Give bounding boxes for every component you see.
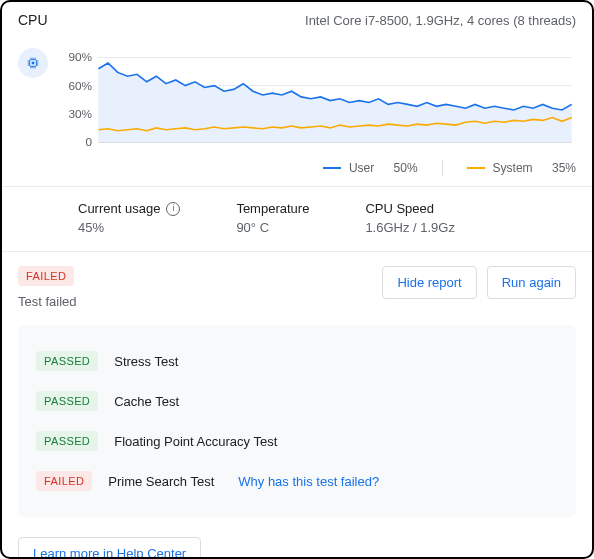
test-status-badge: PASSED [36,391,98,411]
stats-row: Current usage i 45% Temperature 90° C CP… [2,187,592,251]
chart-legend: User 50% System 35% [2,154,592,186]
card-title: CPU [18,12,48,28]
legend-system-name: System [493,161,533,175]
stat-usage-value: 45% [78,220,180,235]
test-name: Prime Search Test [108,474,214,489]
chart-area: 030%60%90% [2,36,592,154]
stat-speed-label: CPU Speed [365,201,455,216]
test-summary-text: Test failed [18,294,77,309]
stat-temp-value: 90° C [236,220,309,235]
test-item: PASSEDStress Test [36,341,558,381]
svg-text:90%: 90% [68,52,92,64]
svg-text:0: 0 [85,136,92,148]
tests-panel: PASSEDStress TestPASSEDCache TestPASSEDF… [18,325,576,517]
stat-usage: Current usage i 45% [78,201,180,235]
svg-text:60%: 60% [68,80,92,92]
test-item: FAILEDPrime Search TestWhy has this test… [36,461,558,501]
card-header: CPU Intel Core i7-8500, 1.9GHz, 4 cores … [2,2,592,36]
legend-user-value: 50% [394,161,418,175]
stat-temp-label: Temperature [236,201,309,216]
test-summary-row: FAILED Test failed Hide report Run again [2,252,592,309]
stat-speed-value: 1.6GHz / 1.9Gz [365,220,455,235]
test-name: Floating Point Accuracy Test [114,434,277,449]
cpu-card: CPU Intel Core i7-8500, 1.9GHz, 4 cores … [0,0,594,559]
test-item: PASSEDFloating Point Accuracy Test [36,421,558,461]
cpu-usage-chart: 030%60%90% [62,44,576,154]
legend-user: User 50% [323,160,418,176]
stat-usage-label: Current usage [78,201,160,216]
legend-system-value: 35% [552,161,576,175]
legend-user-name: User [349,161,374,175]
cpu-chip-icon [18,48,48,78]
info-icon[interactable]: i [166,202,180,216]
hide-report-button[interactable]: Hide report [382,266,476,299]
overall-status-badge: FAILED [18,266,74,286]
test-status-badge: PASSED [36,351,98,371]
test-status-badge: FAILED [36,471,92,491]
test-item: PASSEDCache Test [36,381,558,421]
cpu-model: Intel Core i7-8500, 1.9GHz, 4 cores (8 t… [305,13,576,28]
test-name: Stress Test [114,354,178,369]
stat-temp: Temperature 90° C [236,201,309,235]
svg-text:30%: 30% [68,108,92,120]
help-center-link[interactable]: Learn more in Help Center [18,537,201,559]
test-status-badge: PASSED [36,431,98,451]
run-again-button[interactable]: Run again [487,266,576,299]
svg-rect-1 [32,62,35,65]
stat-speed: CPU Speed 1.6GHz / 1.9Gz [365,201,455,235]
legend-system: System 35% [467,160,576,176]
test-name: Cache Test [114,394,179,409]
test-help-link[interactable]: Why has this test failed? [238,474,379,489]
